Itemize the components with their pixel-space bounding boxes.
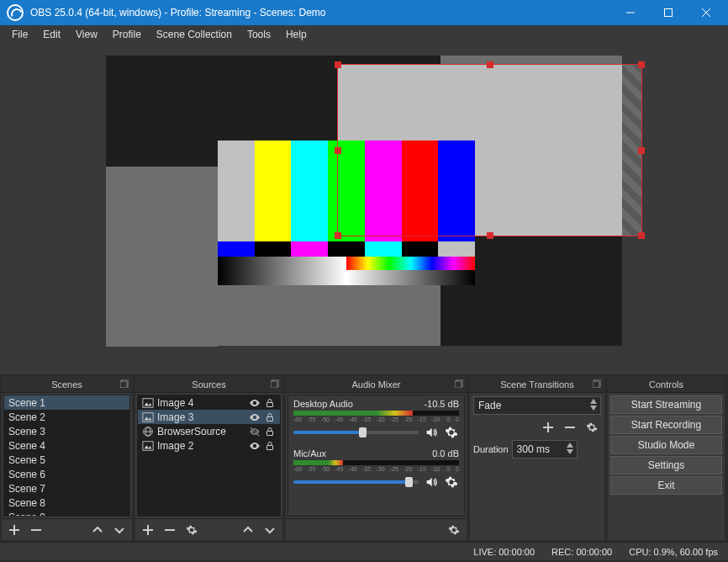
menu-edit[interactable]: Edit xyxy=(36,27,67,42)
visibility-toggle[interactable] xyxy=(249,411,261,423)
volume-slider[interactable] xyxy=(293,431,419,434)
scene-row[interactable]: Scene 9 xyxy=(4,510,129,517)
sources-header[interactable]: Sources xyxy=(135,376,282,393)
source-label: Image 4 xyxy=(157,397,193,409)
minimize-button[interactable] xyxy=(611,0,649,25)
svg-rect-21 xyxy=(267,431,273,435)
mixer-header[interactable]: Audio Mixer xyxy=(286,376,467,393)
selection-handle[interactable] xyxy=(335,232,341,239)
mixer-channel: Desktop Audio-10.5 dB-60-55-50-45-40-35-… xyxy=(293,399,459,440)
preview-canvas[interactable] xyxy=(106,56,622,346)
speaker-icon[interactable] xyxy=(424,425,439,440)
selection-handle[interactable] xyxy=(638,147,645,154)
selection-handle[interactable] xyxy=(638,232,645,239)
remove-scene-button[interactable] xyxy=(27,521,45,539)
menu-profile[interactable]: Profile xyxy=(106,27,148,42)
lock-toggle[interactable] xyxy=(264,440,276,452)
add-transition-button[interactable] xyxy=(539,418,557,437)
selection-handle[interactable] xyxy=(335,147,341,154)
visibility-toggle[interactable] xyxy=(249,397,261,409)
visibility-toggle[interactable] xyxy=(249,426,261,437)
mixer-settings-button[interactable] xyxy=(445,521,463,539)
add-scene-button[interactable] xyxy=(5,521,24,539)
scenes-list[interactable]: Scene 1 Scene 2 Scene 3 Scene 4 Scene 5 … xyxy=(3,395,130,517)
scene-row[interactable]: Scene 1 xyxy=(4,395,129,410)
move-source-down-button[interactable] xyxy=(261,521,279,539)
dock-title: Scenes xyxy=(51,379,82,390)
chevron-up-icon[interactable] xyxy=(565,442,575,448)
transition-select[interactable]: Fade xyxy=(473,396,601,415)
menu-tools[interactable]: Tools xyxy=(240,27,277,42)
undock-icon[interactable] xyxy=(270,379,280,389)
scene-label: Scene 5 xyxy=(8,454,45,466)
source-properties-button[interactable] xyxy=(182,521,201,539)
move-source-up-button[interactable] xyxy=(239,521,257,539)
undock-icon[interactable] xyxy=(119,379,129,389)
gear-icon[interactable] xyxy=(444,425,459,440)
svg-rect-31 xyxy=(593,381,599,388)
menu-scene-collection[interactable]: Scene Collection xyxy=(150,27,239,42)
move-scene-up-button[interactable] xyxy=(88,521,107,539)
scene-row[interactable]: Scene 4 xyxy=(4,438,129,453)
chevron-down-icon[interactable] xyxy=(588,405,599,411)
speaker-icon[interactable] xyxy=(424,475,439,490)
scene-row[interactable]: Scene 8 xyxy=(4,496,129,510)
maximize-button[interactable] xyxy=(649,0,687,25)
scene-row[interactable]: Scene 2 xyxy=(4,410,129,424)
scene-row[interactable]: Scene 6 xyxy=(4,467,129,481)
source-row[interactable]: Image 3 xyxy=(138,410,280,424)
svg-rect-11 xyxy=(143,398,153,407)
scenes-footer xyxy=(2,518,132,540)
lock-toggle[interactable] xyxy=(264,411,276,423)
scene-row[interactable]: Scene 7 xyxy=(4,481,129,496)
svg-marker-12 xyxy=(145,402,152,406)
start-recording-button[interactable]: Start Recording xyxy=(610,416,722,434)
titlebar[interactable]: OBS 25.0.4 (64-bit, windows) - Profile: … xyxy=(0,0,728,25)
meter-scale: -60-55-50-45-40-35-30-25-20-15-10-50 xyxy=(293,416,459,422)
transition-properties-button[interactable] xyxy=(583,418,601,437)
controls-header[interactable]: Controls xyxy=(608,376,725,393)
undock-icon[interactable] xyxy=(592,379,602,389)
duration-input[interactable]: 300 ms xyxy=(512,440,578,459)
selection-handle[interactable] xyxy=(335,61,341,68)
studio-mode-button[interactable]: Studio Mode xyxy=(610,436,722,454)
lock-toggle[interactable] xyxy=(264,397,276,409)
source-row[interactable]: Image 2 xyxy=(138,438,280,453)
menu-file[interactable]: File xyxy=(5,27,34,42)
chevron-up-icon[interactable] xyxy=(588,398,599,405)
settings-button[interactable]: Settings xyxy=(610,456,722,475)
start-streaming-button[interactable]: Start Streaming xyxy=(610,395,722,414)
remove-source-button[interactable] xyxy=(161,521,179,539)
menu-view[interactable]: View xyxy=(69,27,104,42)
source-row[interactable]: BrowserSource xyxy=(138,424,280,438)
volume-slider[interactable] xyxy=(293,480,419,484)
svg-rect-22 xyxy=(143,441,153,450)
visibility-toggle[interactable] xyxy=(249,440,261,452)
remove-transition-button[interactable] xyxy=(561,418,579,437)
svg-line-2 xyxy=(702,8,710,17)
chevron-down-icon[interactable] xyxy=(565,448,575,455)
close-button[interactable] xyxy=(687,0,725,25)
transitions-header[interactable]: Scene Transitions xyxy=(470,376,604,393)
undock-icon[interactable] xyxy=(454,379,464,389)
lock-toggle[interactable] xyxy=(264,426,276,437)
gear-icon[interactable] xyxy=(444,475,459,490)
svg-marker-37 xyxy=(567,443,573,448)
meter-scale: -60-55-50-45-40-35-30-25-20-15-10-50 xyxy=(293,466,459,472)
move-scene-down-button[interactable] xyxy=(110,521,129,539)
selection-handle[interactable] xyxy=(487,232,493,239)
scene-row[interactable]: Scene 5 xyxy=(4,453,129,467)
menu-help[interactable]: Help xyxy=(279,27,314,42)
selection-outline[interactable] xyxy=(337,64,642,236)
source-row[interactable]: Image 4 xyxy=(138,395,280,410)
selection-handle[interactable] xyxy=(638,61,645,68)
selection-handle[interactable] xyxy=(487,61,493,68)
exit-button[interactable]: Exit xyxy=(610,476,722,495)
scenes-header[interactable]: Scenes xyxy=(2,376,132,393)
add-source-button[interactable] xyxy=(139,521,157,539)
svg-rect-4 xyxy=(122,379,129,386)
svg-rect-28 xyxy=(456,379,463,386)
svg-line-3 xyxy=(702,8,710,17)
scene-row[interactable]: Scene 3 xyxy=(4,424,129,438)
sources-list[interactable]: Image 4Image 3BrowserSourceImage 2 xyxy=(137,395,281,517)
